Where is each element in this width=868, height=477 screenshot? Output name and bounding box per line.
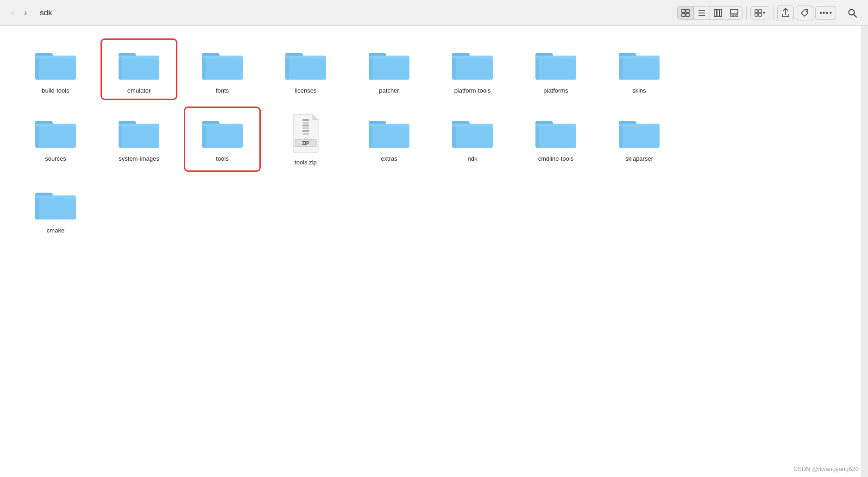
forward-button[interactable]: › [20, 6, 31, 19]
folder-icon-tools [199, 113, 245, 151]
file-item-tools[interactable]: tools [185, 108, 259, 170]
svg-line-20 [854, 14, 856, 17]
file-item-cmdline-tools[interactable]: cmdline-tools [519, 108, 593, 170]
file-label-emulator: emulator [127, 87, 151, 94]
view-options-dropdown-button[interactable]: ▾ [750, 6, 769, 19]
file-item-build-tools[interactable]: build-tools [19, 40, 93, 99]
more-dots: ••• [819, 9, 829, 17]
file-item-sources[interactable]: sources [19, 108, 93, 170]
view-options-icon [755, 9, 762, 17]
svg-rect-0 [682, 9, 685, 13]
tag-button[interactable] [796, 6, 813, 20]
folder-icon-sources [32, 113, 79, 151]
folder-icon-emulator [116, 44, 162, 83]
svg-rect-2 [682, 13, 685, 17]
file-browser-content: build-tools emulator fonts [0, 26, 868, 477]
folder-icon-platform-tools [449, 44, 496, 83]
view-list-button[interactable] [694, 6, 710, 19]
svg-rect-11 [730, 15, 732, 17]
dropdown-arrow: ▾ [763, 10, 765, 15]
svg-rect-10 [730, 9, 738, 14]
svg-rect-25 [302, 125, 309, 126]
file-grid: build-tools emulator fonts [19, 40, 849, 238]
svg-rect-24 [302, 122, 309, 124]
folder-icon-build-tools [32, 44, 79, 83]
file-item-extras[interactable]: extras [352, 108, 426, 170]
svg-rect-7 [714, 9, 717, 17]
search-button[interactable] [844, 6, 861, 20]
file-item-ndk[interactable]: ndk [435, 108, 509, 170]
file-item-fonts[interactable]: fonts [185, 40, 259, 99]
svg-rect-12 [733, 15, 735, 17]
svg-rect-27 [302, 130, 309, 132]
file-label-platform-tools: platform-tools [454, 87, 491, 94]
file-item-system-images[interactable]: system-images [102, 108, 176, 170]
sep-1 [746, 6, 747, 19]
file-item-tools-zip[interactable]: ZIP tools.zip [269, 108, 343, 170]
back-button[interactable]: ‹ [7, 6, 18, 19]
folder-icon-patcher [366, 44, 412, 83]
more-arrow: ▾ [830, 10, 832, 15]
folder-icon-ndk [449, 113, 496, 151]
file-item-emulator[interactable]: emulator [102, 40, 176, 99]
file-label-skins: skins [632, 87, 646, 94]
file-label-tools-zip: tools.zip [295, 159, 317, 166]
file-item-skins[interactable]: skins [602, 40, 676, 99]
share-button[interactable] [777, 6, 794, 20]
svg-rect-8 [717, 9, 719, 17]
svg-rect-1 [686, 9, 689, 13]
svg-point-18 [806, 10, 807, 12]
file-item-licenses[interactable]: licenses [269, 40, 343, 99]
file-item-patcher[interactable]: patcher [352, 40, 426, 99]
search-icon [848, 8, 857, 18]
file-label-cmake: cmake [47, 227, 64, 234]
more-button[interactable]: ••• ▾ [815, 6, 836, 20]
svg-rect-9 [720, 9, 722, 17]
folder-icon-platforms [533, 44, 579, 83]
view-grid-button[interactable] [678, 6, 694, 19]
zip-icon-tools-zip: ZIP [289, 113, 322, 155]
sep-2 [773, 6, 774, 19]
folder-icon-cmake [32, 184, 79, 223]
folder-icon-system-images [116, 113, 162, 151]
svg-rect-15 [759, 9, 761, 12]
grid-icon [681, 9, 690, 17]
folder-icon-cmdline-tools [533, 113, 579, 151]
file-item-skiaparser[interactable]: skiaparser [602, 108, 676, 170]
file-item-platforms[interactable]: platforms [519, 40, 593, 99]
folder-icon-skins [616, 44, 662, 83]
cover-icon [730, 9, 738, 17]
svg-rect-16 [755, 13, 758, 16]
file-label-system-images: system-images [119, 155, 159, 162]
file-label-sources: sources [45, 155, 66, 162]
folder-icon-skiaparser [616, 113, 662, 151]
list-icon [698, 9, 706, 17]
toolbar-actions: ▾ ••• ▾ [677, 6, 861, 20]
tag-icon [800, 8, 809, 18]
svg-rect-26 [302, 127, 309, 129]
file-label-licenses: licenses [295, 87, 317, 94]
svg-rect-3 [686, 13, 689, 17]
view-columns-button[interactable] [710, 6, 726, 19]
svg-rect-13 [736, 15, 738, 17]
file-label-tools: tools [216, 155, 228, 162]
sep-3 [840, 6, 840, 19]
toolbar: ‹ › sdk [0, 0, 868, 26]
file-label-skiaparser: skiaparser [625, 155, 653, 162]
svg-rect-17 [759, 13, 761, 16]
scrollbar[interactable] [862, 26, 868, 477]
file-item-platform-tools[interactable]: platform-tools [435, 40, 509, 99]
file-label-extras: extras [381, 155, 397, 162]
columns-icon [714, 9, 722, 17]
file-label-ndk: ndk [468, 155, 478, 162]
folder-icon-fonts [199, 44, 245, 83]
file-label-platforms: platforms [543, 87, 568, 94]
nav-buttons: ‹ › [7, 6, 31, 19]
file-label-build-tools: build-tools [42, 87, 69, 94]
svg-rect-23 [302, 119, 309, 121]
file-item-cmake[interactable]: cmake [19, 180, 93, 238]
share-icon [781, 8, 790, 18]
file-label-cmdline-tools: cmdline-tools [538, 155, 574, 162]
view-options-group [677, 6, 742, 20]
view-cover-button[interactable] [726, 6, 742, 19]
